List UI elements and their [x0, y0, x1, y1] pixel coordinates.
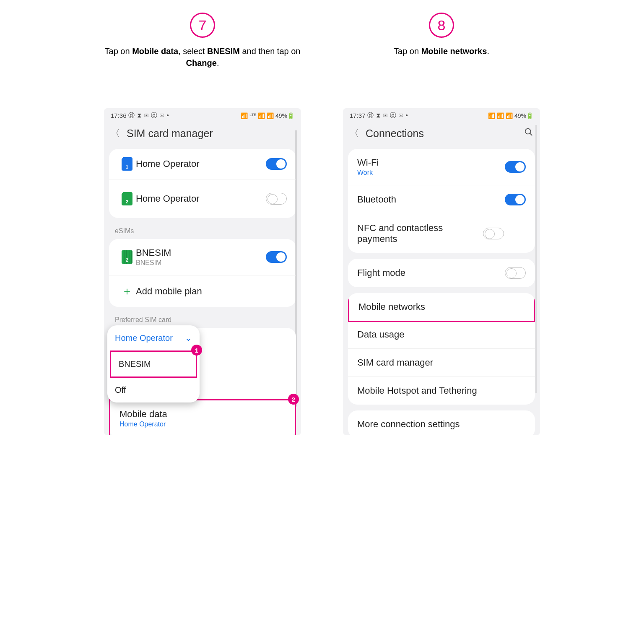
network-card: Mobile networks Data usage SIM card mana… [348, 293, 535, 405]
wifi-toggle[interactable] [505, 161, 526, 173]
wifi-title: Wi-Fi [357, 157, 505, 168]
esim-subtitle: BNESIM [136, 259, 266, 267]
step-8-badge: 8 [429, 13, 454, 38]
preferred-sim-card: Home Operator ⌄ BNESIM 1 Off Mobile data… [109, 328, 296, 435]
svg-point-0 [525, 129, 531, 134]
sim1-toggle[interactable] [266, 158, 287, 170]
sim-card-manager-row[interactable]: SIM card manager [348, 349, 535, 377]
bluetooth-title: Bluetooth [357, 194, 505, 205]
flight-mode-toggle[interactable] [505, 267, 526, 279]
text-bold: Mobile data [132, 47, 178, 56]
wifi-sub: Work [357, 169, 505, 177]
wifi-row[interactable]: Wi-Fi Work [348, 149, 535, 185]
sim1-label: Home Operator [136, 158, 266, 169]
add-mobile-plan-row[interactable]: ＋ Add mobile plan [109, 275, 296, 307]
text: , select [178, 47, 207, 56]
mobile-data-title: Mobile data [119, 409, 286, 420]
dropdown-selected[interactable]: Home Operator ⌄ [107, 325, 200, 351]
dropdown-option-bnesim[interactable]: BNESIM [110, 351, 197, 378]
mobile-networks-row[interactable]: Mobile networks [348, 293, 535, 322]
nfc-title: NFC and contactless payments [357, 223, 483, 244]
dropdown-option-off[interactable]: Off [107, 378, 200, 402]
esim-title: BNESIM [136, 247, 266, 258]
sim-card-manager-title: SIM card manager [357, 357, 526, 368]
app-bar: 〈 Connections [343, 121, 540, 149]
nfc-row[interactable]: NFC and contactless payments [348, 214, 535, 253]
phone-screenshot-step7: 17:36 ⓓ ⧗ ✉ ⓓ ✉ • 📶 ᴸᵀᴱ 📶 📶 49%🔋 〈 SIM c… [104, 108, 301, 435]
nfc-toggle[interactable] [483, 228, 504, 239]
sim1-row[interactable]: 1 Home Operator [109, 149, 296, 179]
callout-badge-1: 1 [191, 345, 202, 356]
more-connection-card[interactable]: More connection settings [348, 410, 535, 435]
sim2-icon: 2 [122, 192, 132, 205]
status-right-icons: 📶 📶 📶 49%🔋 [488, 112, 533, 119]
esim-toggle[interactable] [266, 251, 287, 263]
text: . [487, 47, 489, 56]
esims-section-label: eSIMs [104, 224, 301, 239]
hotspot-row[interactable]: Mobile Hotspot and Tethering [348, 377, 535, 405]
text-bold: BNESIM [207, 47, 240, 56]
status-left-icons: ⓓ ⧗ ✉ ⓓ ✉ • [367, 112, 408, 119]
flight-mode-title: Flight mode [357, 267, 505, 278]
text: and then tap on [240, 47, 301, 56]
esims-card: 2 BNESIM BNESIM ＋ Add mobile plan [109, 239, 296, 307]
data-usage-title: Data usage [357, 329, 526, 340]
mobile-data-row[interactable]: Mobile data Home Operator 2 [109, 399, 296, 435]
physical-sims-card: 1 Home Operator 2 Home Operator [109, 149, 296, 218]
status-time: 17:37 [350, 112, 366, 119]
callout-badge-2: 2 [288, 394, 299, 405]
text: Tap on [105, 47, 132, 56]
text-bold: Mobile networks [421, 47, 487, 56]
data-usage-row[interactable]: Data usage [348, 321, 535, 349]
back-icon[interactable]: 〈 [350, 127, 359, 140]
app-bar-title: SIM card manager [127, 127, 213, 140]
sim2-toggle[interactable] [266, 193, 287, 205]
plus-icon: ＋ [122, 284, 132, 299]
step-7-instruction: Tap on Mobile data, select BNESIM and th… [104, 45, 301, 70]
mobile-data-sub: Home Operator [119, 421, 286, 428]
sim1-icon: 1 [122, 157, 132, 171]
sim2-row[interactable]: 2 Home Operator [109, 179, 296, 218]
app-bar-title: Connections [366, 127, 424, 140]
step-7-badge: 7 [190, 13, 215, 38]
esim-icon: 2 [122, 250, 132, 264]
flight-card: Flight mode [348, 259, 535, 287]
step-8-column: 8 Tap on Mobile networks. 17:37 ⓓ ⧗ ✉ ⓓ … [343, 13, 540, 435]
status-time: 17:36 [111, 112, 127, 119]
mobile-networks-title: Mobile networks [358, 301, 525, 312]
step-8-instruction: Tap on Mobile networks. [394, 45, 489, 70]
phone-screenshot-step8: 17:37 ⓓ ⧗ ✉ ⓓ ✉ • 📶 📶 📶 49%🔋 〈 Connectio… [343, 108, 540, 435]
status-bar: 17:37 ⓓ ⧗ ✉ ⓓ ✉ • 📶 📶 📶 49%🔋 [343, 108, 540, 121]
text-bold: Change [186, 58, 217, 68]
step-7-column: 7 Tap on Mobile data, select BNESIM and … [104, 13, 301, 435]
bluetooth-row[interactable]: Bluetooth [348, 185, 535, 214]
text: . [217, 58, 219, 68]
flight-mode-row[interactable]: Flight mode [348, 259, 535, 287]
preferred-sim-dropdown[interactable]: Home Operator ⌄ BNESIM 1 Off [107, 325, 200, 402]
status-right-icons: 📶 ᴸᵀᴱ 📶 📶 49%🔋 [241, 112, 294, 119]
status-bar: 17:36 ⓓ ⧗ ✉ ⓓ ✉ • 📶 ᴸᵀᴱ 📶 📶 49%🔋 [104, 108, 301, 121]
text: Tap on [394, 47, 421, 56]
scrollbar-edge [535, 125, 537, 393]
status-left-icons: ⓓ ⧗ ✉ ⓓ ✉ • [128, 112, 169, 119]
esim-row[interactable]: 2 BNESIM BNESIM [109, 239, 296, 275]
back-icon[interactable]: 〈 [111, 127, 120, 140]
svg-line-1 [530, 133, 532, 136]
hotspot-title: Mobile Hotspot and Tethering [357, 385, 526, 396]
sim2-label: Home Operator [136, 193, 266, 204]
app-bar: 〈 SIM card manager [104, 121, 301, 149]
more-connection-title: More connection settings [357, 419, 526, 430]
bluetooth-toggle[interactable] [505, 194, 526, 205]
dropdown-selected-label: Home Operator [115, 333, 173, 343]
chevron-down-icon: ⌄ [185, 333, 192, 343]
add-mobile-plan-label: Add mobile plan [136, 286, 287, 297]
search-icon[interactable] [524, 127, 533, 139]
wireless-card: Wi-Fi Work Bluetooth NFC and contactless… [348, 149, 535, 253]
